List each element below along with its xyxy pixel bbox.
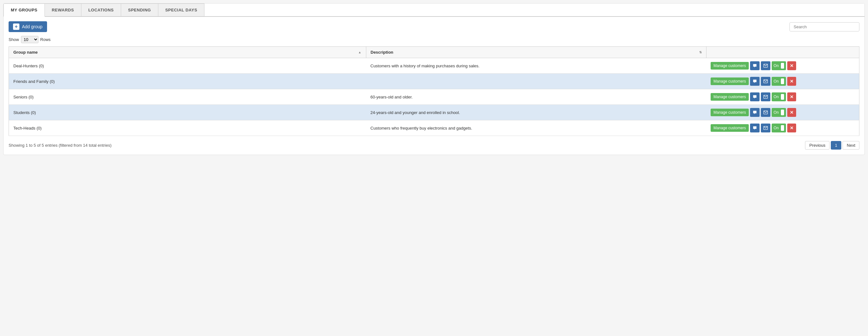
next-page-button[interactable]: Next bbox=[843, 141, 860, 149]
toggle-on-button[interactable]: On bbox=[772, 61, 786, 70]
sort-icon-desc: ⇅ bbox=[699, 51, 702, 54]
x-icon: ✕ bbox=[790, 126, 794, 131]
mail-icon bbox=[764, 126, 768, 130]
tab-bar: MY GROUPS REWARDS LOCATIONS SPENDING SPE… bbox=[3, 3, 865, 17]
chat-icon bbox=[752, 79, 757, 83]
chat-icon bbox=[752, 126, 757, 130]
col-header-description[interactable]: Description ⇅ bbox=[366, 47, 706, 58]
chat-button[interactable] bbox=[750, 124, 760, 132]
mail-icon bbox=[764, 110, 768, 114]
email-button[interactable] bbox=[761, 108, 770, 117]
add-group-button[interactable]: + Add group bbox=[8, 21, 47, 32]
chat-button[interactable] bbox=[750, 108, 760, 117]
plus-icon: + bbox=[13, 24, 20, 30]
delete-button[interactable]: ✕ bbox=[787, 108, 796, 117]
table-footer: Showing 1 to 5 of 5 entries (filtered fr… bbox=[3, 136, 865, 155]
group-name-cell: Deal-Hunters (0) bbox=[9, 58, 366, 74]
tab-rewards[interactable]: REWARDS bbox=[44, 3, 82, 16]
x-icon: ✕ bbox=[790, 63, 794, 68]
toggle-on-button[interactable]: On bbox=[772, 108, 786, 117]
actions-cell: Manage customersOn✕ bbox=[706, 105, 860, 121]
table-row: Seniors (0)60-years-old and older.Manage… bbox=[9, 89, 860, 105]
chat-icon bbox=[752, 110, 757, 115]
page-1-button[interactable]: 1 bbox=[831, 141, 841, 149]
pagination: Previous 1 Next bbox=[805, 141, 860, 149]
rows-select[interactable]: 10 25 50 100 bbox=[21, 36, 38, 43]
actions-cell: Manage customersOn✕ bbox=[706, 89, 860, 105]
chat-button[interactable] bbox=[750, 61, 760, 70]
col-header-group-name[interactable]: Group name ▲ bbox=[9, 47, 366, 58]
table-row: Tech-Heads (0)Customers who frequently b… bbox=[9, 121, 860, 136]
delete-button[interactable]: ✕ bbox=[787, 124, 796, 132]
description-cell: Customers who frequently buy electronics… bbox=[366, 121, 706, 136]
description-cell: 60-years-old and older. bbox=[366, 89, 706, 105]
table-row: Deal-Hunters (0)Customers with a history… bbox=[9, 58, 860, 74]
chat-icon bbox=[752, 95, 757, 99]
group-name-cell: Students (0) bbox=[9, 105, 366, 121]
chat-icon bbox=[752, 64, 757, 68]
actions-cell: Manage customersOn✕ bbox=[706, 74, 860, 89]
chat-button[interactable] bbox=[750, 92, 760, 101]
mail-icon bbox=[764, 95, 768, 99]
tab-special-days[interactable]: SPECIAL DAYS bbox=[158, 3, 205, 16]
delete-button[interactable]: ✕ bbox=[787, 77, 796, 86]
email-button[interactable] bbox=[761, 92, 770, 101]
email-button[interactable] bbox=[761, 124, 770, 132]
show-rows-control: Show 10 25 50 100 Rows bbox=[3, 35, 865, 46]
description-cell: Customers with a history of making purch… bbox=[366, 58, 706, 74]
search-input[interactable] bbox=[789, 22, 860, 31]
manage-customers-button[interactable]: Manage customers bbox=[711, 124, 749, 132]
group-name-cell: Tech-Heads (0) bbox=[9, 121, 366, 136]
group-name-cell: Seniors (0) bbox=[9, 89, 366, 105]
tab-spending[interactable]: SPENDING bbox=[121, 3, 158, 16]
groups-table: Group name ▲ Description ⇅ Deal-Hunters … bbox=[8, 46, 860, 136]
toggle-on-button[interactable]: On bbox=[772, 124, 786, 132]
toolbar: + Add group bbox=[3, 17, 865, 35]
table-wrapper: Group name ▲ Description ⇅ Deal-Hunters … bbox=[3, 46, 865, 136]
mail-icon bbox=[764, 79, 768, 83]
email-button[interactable] bbox=[761, 77, 770, 86]
email-button[interactable] bbox=[761, 61, 770, 70]
manage-customers-button[interactable]: Manage customers bbox=[711, 62, 749, 70]
toggle-on-button[interactable]: On bbox=[772, 77, 786, 86]
add-group-label: Add group bbox=[22, 24, 42, 29]
delete-button[interactable]: ✕ bbox=[787, 61, 796, 70]
x-icon: ✕ bbox=[790, 110, 794, 115]
rows-label: Rows bbox=[40, 37, 51, 42]
table-row: Friends and Family (0)Manage customersOn… bbox=[9, 74, 860, 89]
mail-icon bbox=[764, 64, 768, 68]
manage-customers-button[interactable]: Manage customers bbox=[711, 77, 749, 85]
tab-my-groups[interactable]: MY GROUPS bbox=[3, 3, 45, 17]
manage-customers-button[interactable]: Manage customers bbox=[711, 109, 749, 116]
actions-cell: Manage customersOn✕ bbox=[706, 58, 860, 74]
actions-cell: Manage customersOn✕ bbox=[706, 121, 860, 136]
col-header-actions bbox=[706, 47, 860, 58]
description-cell bbox=[366, 74, 706, 89]
manage-customers-button[interactable]: Manage customers bbox=[711, 93, 749, 101]
showing-text: Showing 1 to 5 of 5 entries (filtered fr… bbox=[8, 143, 112, 148]
sort-icon-group: ▲ bbox=[358, 51, 362, 54]
prev-page-button[interactable]: Previous bbox=[805, 141, 830, 149]
tab-locations[interactable]: LOCATIONS bbox=[81, 3, 121, 16]
show-label: Show bbox=[8, 37, 19, 42]
x-icon: ✕ bbox=[790, 94, 794, 99]
chat-button[interactable] bbox=[750, 77, 760, 86]
toggle-on-button[interactable]: On bbox=[772, 92, 786, 101]
description-cell: 24-years-old and younger and enrolled in… bbox=[366, 105, 706, 121]
group-name-cell: Friends and Family (0) bbox=[9, 74, 366, 89]
main-container: MY GROUPS REWARDS LOCATIONS SPENDING SPE… bbox=[3, 3, 865, 155]
delete-button[interactable]: ✕ bbox=[787, 92, 796, 101]
x-icon: ✕ bbox=[790, 79, 794, 84]
table-row: Students (0)24-years-old and younger and… bbox=[9, 105, 860, 121]
